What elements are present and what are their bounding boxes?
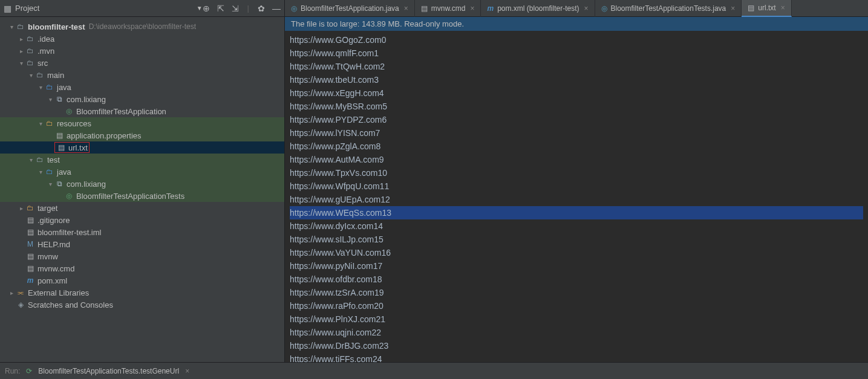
close-icon[interactable]: × (781, 4, 785, 12)
package-icon: ⧉ (54, 94, 64, 104)
tree-node[interactable]: 🗀target (0, 202, 284, 214)
editor-tab[interactable]: ◎BloomfilterTestApplicationTests.java× (595, 0, 742, 17)
close-icon[interactable]: × (185, 367, 189, 375)
expand-arrow-icon[interactable] (36, 120, 45, 127)
close-icon[interactable]: × (470, 4, 474, 13)
file-line[interactable]: https://www.PYDPZ.com6 (290, 113, 863, 126)
file-line[interactable]: https://www.qmlfF.com1 (290, 47, 863, 60)
folder-icon: 🗀 (25, 34, 35, 44)
tree-node[interactable]: 🗀bloomfilter-testD:\ideaworkspace\bloomf… (0, 21, 284, 33)
file-line[interactable]: https://www.tiFFs.com24 (290, 352, 863, 362)
tree-node-label: com.lixiang (67, 180, 106, 189)
expand-arrow-icon[interactable] (46, 96, 54, 103)
tree-node[interactable]: 🗀java (0, 166, 284, 178)
file-line[interactable]: https://www.MyBSR.com5 (290, 100, 863, 113)
close-icon[interactable]: × (731, 4, 735, 13)
source-folder-icon: 🗀 (45, 167, 54, 177)
tree-node[interactable]: ◎BloomfilterTestApplicationTests (0, 190, 284, 202)
editor-content[interactable]: https://www.GOgoZ.com0https://www.qmlfF.… (285, 31, 868, 362)
expand-arrow-icon[interactable] (17, 36, 25, 42)
file-line[interactable]: https://www.DrBJG.com23 (290, 339, 863, 352)
file-line[interactable]: https://www.PlnXJ.com21 (290, 313, 863, 326)
tree-node[interactable]: 🗀resources (0, 117, 284, 129)
file-line[interactable]: https://www.lYISN.com7 (290, 126, 863, 140)
tree-node[interactable]: 🗀.mvn (0, 45, 284, 57)
project-tool-header[interactable]: ▦ Project ▼ ⊕ ⇱ ⇲ | ✿ — (0, 0, 285, 17)
tree-node[interactable]: ▤application.properties (0, 129, 284, 141)
file-line[interactable]: https://www.pZglA.com8 (290, 140, 863, 153)
tree-node-label: application.properties (67, 131, 142, 140)
tab-label: BloomfilterTestApplicationTests.java (611, 4, 726, 13)
tree-node[interactable]: 🗀test (0, 154, 284, 166)
tree-node-label: HELP.md (38, 240, 70, 249)
tree-node[interactable]: ⧉com.lixiang (0, 178, 284, 190)
tree-node-label: main (47, 71, 64, 80)
file-line[interactable]: https://www.uqjni.com22 (290, 326, 863, 339)
expand-arrow-icon[interactable] (17, 60, 25, 66)
expand-arrow-icon[interactable] (17, 205, 25, 212)
java-file-icon: ◎ (291, 4, 297, 13)
file-line[interactable]: https://www.TpxVs.com10 (290, 166, 863, 180)
tree-node[interactable]: ▤url.txt (0, 141, 284, 154)
close-icon[interactable]: × (584, 4, 589, 13)
editor-tab[interactable]: ◎BloomfilterTestApplication.java× (285, 0, 415, 17)
file-line[interactable]: https://www.tzSrA.com19 (290, 286, 863, 299)
file-line[interactable]: https://www.xEggH.com4 (290, 86, 863, 100)
tree-node[interactable]: 🗀.idea (0, 33, 284, 45)
tree-node-label: com.lixiang (67, 95, 106, 104)
editor-tab[interactable]: ▤url.txt× (742, 0, 791, 17)
run-tool-bar[interactable]: Run: ⟳ BloomfilterTestApplicationTests.t… (0, 362, 868, 379)
file-line[interactable]: https://www.ofdbr.com18 (290, 273, 863, 286)
tree-node[interactable]: mpom.xml (0, 274, 284, 287)
file-line[interactable]: https://www.sILJp.com15 (290, 233, 863, 246)
file-line[interactable]: https://www.dyIcx.com14 (290, 219, 863, 233)
tree-node[interactable]: ▤mvnw (0, 250, 284, 262)
file-line[interactable]: https://www.WEqSs.com13 (290, 206, 863, 219)
tree-node[interactable]: MHELP.md (0, 238, 284, 250)
tree-node[interactable]: 🗀src (0, 57, 284, 69)
hide-icon[interactable]: — (272, 4, 281, 13)
separator: | (247, 4, 249, 13)
tree-node-label: java (57, 167, 71, 177)
project-dropdown-icon[interactable]: ▼ (197, 5, 203, 11)
file-line[interactable]: https://www.tbeUt.com3 (290, 73, 863, 86)
tree-node[interactable]: ⫘External Libraries (0, 287, 284, 299)
tree-node[interactable]: ◈Scratches and Consoles (0, 299, 284, 311)
expand-arrow-icon[interactable] (27, 157, 35, 163)
expand-all-icon[interactable]: ⇱ (217, 4, 224, 13)
expand-arrow-icon[interactable] (36, 169, 45, 175)
tree-node[interactable]: 🗀java (0, 81, 284, 93)
tree-node[interactable]: ▤mvnw.cmd (0, 262, 284, 274)
expand-arrow-icon[interactable] (27, 72, 35, 79)
file-line[interactable]: https://www.raPfo.com20 (290, 299, 863, 313)
locate-icon[interactable]: ⊕ (203, 4, 210, 13)
expand-arrow-icon[interactable] (7, 290, 16, 296)
file-line[interactable]: https://www.VaYUN.com16 (290, 246, 863, 259)
gear-icon[interactable]: ✿ (258, 4, 265, 13)
expand-arrow-icon[interactable] (46, 181, 54, 187)
tree-node[interactable]: ▤.gitignore (0, 214, 284, 226)
run-config-name[interactable]: BloomfilterTestApplicationTests.testGene… (38, 367, 179, 375)
expand-arrow-icon[interactable] (7, 24, 16, 30)
file-line[interactable]: https://www.AutMA.com9 (290, 153, 863, 166)
expand-arrow-icon[interactable] (36, 84, 45, 91)
tree-node[interactable]: ⧉com.lixiang (0, 93, 284, 105)
file-line[interactable]: https://www.pyNiI.com17 (290, 259, 863, 273)
tree-node[interactable]: ▤bloomfilter-test.iml (0, 226, 284, 238)
collapse-all-icon[interactable]: ⇲ (232, 4, 239, 13)
tab-label: BloomfilterTestApplication.java (301, 4, 399, 13)
file-line[interactable]: https://www.WfpqU.com11 (290, 180, 863, 193)
editor-tab[interactable]: mpom.xml (bloomfilter-test)× (481, 0, 595, 17)
tree-node[interactable]: ◎BloomfilterTestApplication (0, 105, 284, 117)
expand-arrow-icon[interactable] (17, 48, 25, 54)
tree-node-label: .gitignore (38, 216, 70, 225)
project-tree[interactable]: 🗀bloomfilter-testD:\ideaworkspace\bloomf… (0, 17, 285, 362)
scratch-icon: ◈ (16, 300, 25, 309)
file-line[interactable]: https://www.gUEpA.com12 (290, 193, 863, 206)
file-line[interactable]: https://www.TtQwH.com2 (290, 60, 863, 73)
tree-node[interactable]: 🗀main (0, 69, 284, 81)
tree-node-label: bloomfilter-test.iml (38, 228, 101, 237)
file-line[interactable]: https://www.GOgoZ.com0 (290, 33, 863, 47)
editor-tab[interactable]: ▤mvnw.cmd× (415, 0, 481, 17)
close-icon[interactable]: × (404, 4, 408, 13)
